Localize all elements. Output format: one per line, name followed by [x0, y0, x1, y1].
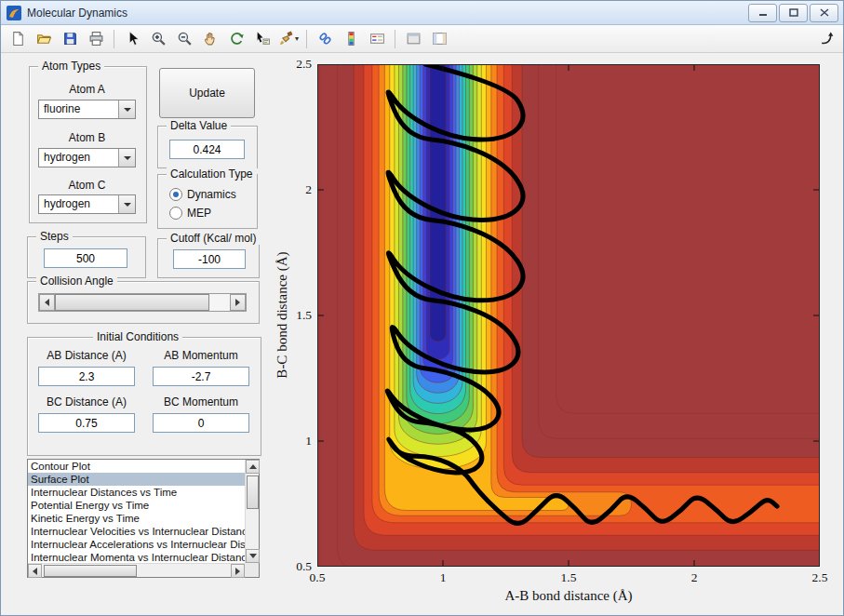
list-item[interactable]: Surface Plot	[28, 473, 245, 486]
hide-plot-tools-button[interactable]	[401, 27, 425, 51]
radio-unselected-icon	[169, 207, 182, 220]
scroll-right-button[interactable]	[231, 564, 245, 578]
save-icon	[62, 31, 78, 47]
toolbar-separator	[114, 30, 114, 48]
steps-field[interactable]	[44, 248, 127, 268]
brush-caret-icon[interactable]: ▾	[295, 34, 299, 43]
insert-legend-button[interactable]	[365, 27, 389, 51]
atom-b-label: Atom B	[29, 131, 145, 144]
list-item[interactable]: Internuclear Velocities vs Internuclear …	[28, 525, 245, 538]
insert-legend-icon	[369, 31, 385, 47]
zoom-out-icon	[177, 31, 193, 47]
radio-selected-icon	[169, 188, 182, 201]
scroll-left-button[interactable]	[28, 564, 42, 578]
link-plots-icon	[317, 31, 333, 47]
atom-a-dropdown-button[interactable]	[118, 100, 135, 118]
save-button[interactable]	[58, 27, 82, 51]
list-item[interactable]: Internuclear Distances vs Time	[28, 486, 245, 499]
toolbar-separator	[306, 30, 307, 48]
zoom-in-icon	[151, 31, 167, 47]
atom-types-title: Atom Types	[38, 60, 104, 73]
ab-distance-label: AB Distance (A)	[38, 349, 135, 362]
app-icon	[7, 6, 21, 20]
ab-momentum-label: AB Momentum	[153, 349, 249, 362]
ab-distance-field[interactable]	[38, 367, 135, 386]
bc-momentum-field[interactable]	[153, 413, 249, 433]
atom-b-dropdown-button[interactable]	[118, 149, 135, 167]
update-button[interactable]: Update	[159, 68, 255, 118]
calculation-type-title: Calculation Type	[167, 167, 257, 181]
minimize-icon	[758, 7, 768, 20]
dynamics-radio[interactable]: Dynamics	[169, 188, 236, 201]
close-button[interactable]	[810, 4, 838, 22]
list-horizontal-scrollbar[interactable]	[28, 563, 245, 577]
atom-b-dropdown[interactable]: hydrogen	[38, 148, 136, 167]
delta-value-title: Delta Value	[167, 119, 231, 132]
arrow-left-icon	[45, 299, 49, 306]
atom-c-dropdown[interactable]: hydrogen	[38, 194, 136, 214]
x-tick-label: 2.5	[804, 570, 836, 585]
slider-right-arrow[interactable]	[230, 294, 246, 311]
list-item[interactable]: Contour Plot	[28, 460, 245, 473]
close-icon	[820, 7, 829, 20]
slider-left-arrow[interactable]	[39, 294, 55, 311]
arrow-right-icon	[235, 568, 240, 575]
delta-value-field[interactable]	[169, 140, 245, 159]
slider-thumb[interactable]	[55, 294, 209, 311]
list-vertical-scrollbar[interactable]	[245, 460, 259, 563]
maximize-button[interactable]	[779, 4, 808, 22]
plot-area[interactable]	[317, 64, 820, 567]
toolbar: ▾	[1, 25, 843, 53]
show-plot-tools-button[interactable]	[427, 27, 451, 51]
dynamics-radio-label: Dynamics	[187, 188, 236, 201]
data-cursor-icon	[255, 31, 271, 47]
list-item[interactable]: Internuclear Accelerations vs Internucle…	[28, 538, 245, 551]
ab-momentum-field[interactable]	[153, 367, 249, 386]
atom-c-value: hydrogen	[39, 195, 118, 213]
dock-figure-button[interactable]	[814, 27, 838, 51]
dock-figure-icon	[819, 31, 835, 47]
list-item[interactable]: Internuclear Momenta vs Internuclear Dis…	[28, 551, 245, 563]
calculation-type-panel: Calculation Type	[157, 174, 258, 229]
slider-track[interactable]	[209, 294, 230, 311]
atom-c-dropdown-button[interactable]	[118, 195, 135, 213]
rotate-3d-button[interactable]	[224, 27, 248, 51]
chevron-down-icon	[124, 108, 131, 112]
cutoff-field[interactable]	[173, 249, 246, 269]
scroll-down-button[interactable]	[246, 549, 260, 563]
minimize-button[interactable]	[748, 4, 777, 22]
new-button[interactable]	[6, 27, 30, 51]
arrow-left-icon	[33, 568, 37, 575]
brush-button[interactable]: ▾	[276, 27, 301, 51]
vertical-scroll-thumb[interactable]	[247, 475, 259, 509]
link-plots-button[interactable]	[313, 27, 337, 51]
maximize-icon	[789, 7, 798, 20]
bc-distance-field[interactable]	[38, 413, 135, 433]
pan-button[interactable]	[198, 27, 222, 51]
print-button[interactable]	[84, 27, 108, 51]
collision-angle-slider[interactable]	[38, 293, 247, 312]
insert-colorbar-button[interactable]	[339, 27, 363, 51]
atom-a-dropdown[interactable]: fluorine	[38, 100, 136, 119]
rotate-3d-icon	[229, 31, 245, 47]
list-item[interactable]: Potential Energy vs Time	[28, 499, 245, 512]
show-plot-tools-icon	[432, 31, 448, 47]
window-title: Molecular Dynamics	[27, 7, 127, 20]
chevron-down-icon	[124, 156, 131, 160]
data-cursor-button[interactable]	[250, 27, 275, 51]
mep-radio[interactable]: MEP	[169, 207, 211, 220]
hide-plot-tools-icon	[406, 31, 422, 47]
zoom-out-button[interactable]	[172, 27, 196, 51]
open-button[interactable]	[32, 27, 56, 51]
x-tick-label: 2	[678, 570, 710, 585]
zoom-in-button[interactable]	[146, 27, 170, 51]
contour-plot[interactable]	[317, 64, 820, 567]
scroll-up-button[interactable]	[246, 460, 260, 474]
pointer-icon	[125, 31, 141, 47]
horizontal-scroll-thumb[interactable]	[44, 565, 137, 577]
title-bar[interactable]: Molecular Dynamics	[1, 1, 843, 25]
list-item[interactable]: Kinetic Energy vs Time	[28, 512, 245, 525]
print-icon	[88, 31, 104, 47]
pointer-button[interactable]	[120, 27, 144, 51]
open-icon	[36, 31, 52, 47]
